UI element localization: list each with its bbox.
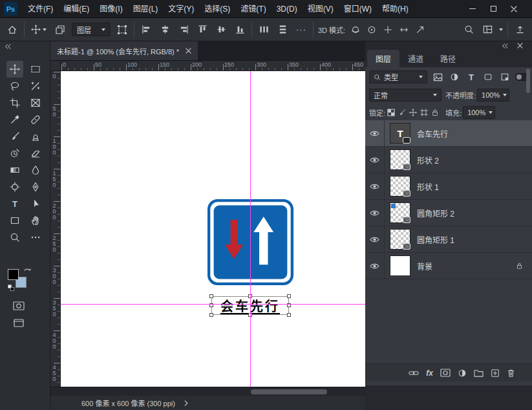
status-menu-chevron-icon[interactable] xyxy=(184,400,188,406)
foreground-color-swatch[interactable] xyxy=(8,269,19,280)
layer-row-shape1[interactable]: 形状 1 xyxy=(365,173,532,200)
menu-type[interactable]: 文字(Y) xyxy=(163,0,199,18)
menu-help[interactable]: 帮助(H) xyxy=(377,0,414,18)
fill-select[interactable]: 100% xyxy=(463,106,495,119)
visibility-toggle[interactable] xyxy=(365,226,385,252)
pen-tool[interactable] xyxy=(27,178,44,195)
transform-handle[interactable] xyxy=(209,294,213,298)
lasso-tool[interactable] xyxy=(6,78,23,94)
rectangle-tool[interactable] xyxy=(6,212,23,229)
maximize-button[interactable] xyxy=(483,0,504,17)
filter-smart-objects-button[interactable] xyxy=(498,70,511,83)
3d-slide-button[interactable] xyxy=(398,22,410,38)
3d-scale-button[interactable] xyxy=(414,22,426,38)
new-layer-icon[interactable] xyxy=(491,369,500,378)
menu-view[interactable]: 视图(V) xyxy=(303,0,339,18)
hand-tool[interactable] xyxy=(27,212,44,229)
align-bottom-button[interactable] xyxy=(233,22,247,38)
3d-orbit-button[interactable] xyxy=(350,22,361,38)
menu-select[interactable]: 选择(S) xyxy=(199,0,235,18)
menu-layer[interactable]: 图层(L) xyxy=(128,0,164,18)
default-colors-icon[interactable] xyxy=(8,285,15,292)
auto-select-toggle[interactable] xyxy=(53,22,67,38)
filter-pixel-layers-button[interactable] xyxy=(431,70,444,83)
zoom-tool[interactable] xyxy=(6,229,23,246)
crop-tool[interactable] xyxy=(6,94,23,111)
workspace-switch-button[interactable] xyxy=(513,22,527,38)
lock-position-button[interactable] xyxy=(407,106,418,119)
layer-row-rounded-rect1[interactable]: 圆角矩形 1 xyxy=(365,226,532,253)
menu-edit[interactable]: 编辑(E) xyxy=(58,0,94,18)
minimize-button[interactable] xyxy=(462,0,483,17)
transform-handle[interactable] xyxy=(287,313,291,317)
visibility-toggle[interactable] xyxy=(365,173,385,199)
lock-pixels-button[interactable] xyxy=(396,106,407,119)
visibility-toggle[interactable] xyxy=(365,253,385,279)
align-center-vertical-button[interactable] xyxy=(214,22,228,38)
visibility-toggle[interactable] xyxy=(365,200,385,226)
3d-roll-button[interactable] xyxy=(366,22,378,38)
more-options-button[interactable]: ··· xyxy=(294,25,308,34)
type-tool[interactable]: T xyxy=(6,195,23,212)
distribute-horizontal-button[interactable] xyxy=(257,22,271,38)
target-select[interactable]: 图层 xyxy=(72,23,111,36)
active-tool-indicator[interactable] xyxy=(29,22,48,38)
filter-type-layers-button[interactable]: T xyxy=(465,70,478,83)
layer-mask-icon[interactable] xyxy=(440,369,451,377)
marquee-tool[interactable] xyxy=(27,61,44,78)
edit-toolbar-button[interactable] xyxy=(27,229,44,246)
horizontal-guide[interactable] xyxy=(61,304,365,305)
adjustment-layer-icon[interactable] xyxy=(458,369,467,378)
visibility-toggle[interactable] xyxy=(365,147,385,173)
lock-transparency-button[interactable] xyxy=(385,106,396,119)
layer-thumbnail[interactable] xyxy=(390,229,410,250)
quick-selection-tool[interactable] xyxy=(27,78,44,94)
lock-all-button[interactable] xyxy=(429,106,440,119)
link-layers-icon[interactable] xyxy=(409,369,419,377)
vertical-ruler[interactable]: 0 50 100 150 200 250 300 350 400 450 xyxy=(50,71,61,387)
frame-tool[interactable] xyxy=(27,94,44,111)
horizontal-ruler[interactable]: 0 50 100 150 200 250 300 350 400 450 xyxy=(61,61,365,71)
quick-mask-button[interactable] xyxy=(10,299,27,313)
document-tab[interactable]: 未标题-1 @ 100% (会车先行, RGB/8) * xyxy=(50,41,198,60)
menu-3d[interactable]: 3D(D) xyxy=(271,0,303,18)
workspace-layout-button[interactable] xyxy=(480,22,495,38)
filter-kind-select[interactable]: 类型 xyxy=(369,70,427,83)
brush-tool[interactable] xyxy=(6,128,23,145)
search-button[interactable] xyxy=(462,22,476,38)
layer-row-text[interactable]: T 会车先行 xyxy=(365,120,532,147)
transform-handle[interactable] xyxy=(287,294,291,298)
healing-brush-tool[interactable] xyxy=(27,111,44,128)
layer-thumbnail[interactable] xyxy=(390,202,410,223)
layer-row-background[interactable]: 背景 xyxy=(365,253,532,279)
3d-pan-button[interactable] xyxy=(382,22,394,38)
close-panel-icon[interactable] xyxy=(517,43,523,49)
filter-shape-layers-button[interactable] xyxy=(482,70,495,83)
eyedropper-tool[interactable] xyxy=(6,111,23,128)
scrollbar-thumb[interactable] xyxy=(251,389,327,394)
horizontal-scrollbar[interactable] xyxy=(50,387,365,396)
layer-style-button[interactable]: fx xyxy=(426,369,433,378)
close-tab-icon[interactable] xyxy=(186,48,191,54)
align-left-button[interactable] xyxy=(139,22,153,38)
tab-layers[interactable]: 图层 xyxy=(367,50,399,67)
layer-row-shape2[interactable]: 形状 2 xyxy=(365,147,532,173)
layer-row-rounded-rect2[interactable]: 圆角矩形 2 xyxy=(365,200,532,226)
new-group-folder-icon[interactable] xyxy=(474,369,484,377)
opacity-select[interactable]: 100% xyxy=(477,89,509,102)
align-top-button[interactable] xyxy=(195,22,209,38)
delete-layer-trash-icon[interactable] xyxy=(507,369,515,378)
lock-artboard-button[interactable] xyxy=(418,106,429,119)
canvas[interactable]: 会车先行 xyxy=(61,71,365,387)
screen-mode-button[interactable] xyxy=(10,316,27,330)
tab-paths[interactable]: 路径 xyxy=(432,50,464,67)
menu-filter[interactable]: 滤镜(T) xyxy=(235,0,271,18)
collapse-panel-icon[interactable] xyxy=(4,43,12,50)
menu-file[interactable]: 文件(F) xyxy=(23,0,58,18)
layer-thumbnail[interactable] xyxy=(390,255,410,276)
home-button[interactable] xyxy=(5,22,19,38)
filter-adjustment-layers-button[interactable] xyxy=(448,70,461,83)
panel-scrollbar-thumb[interactable] xyxy=(526,69,530,93)
menu-image[interactable]: 图像(I) xyxy=(94,0,127,18)
collapse-panels-icon[interactable] xyxy=(501,43,509,49)
